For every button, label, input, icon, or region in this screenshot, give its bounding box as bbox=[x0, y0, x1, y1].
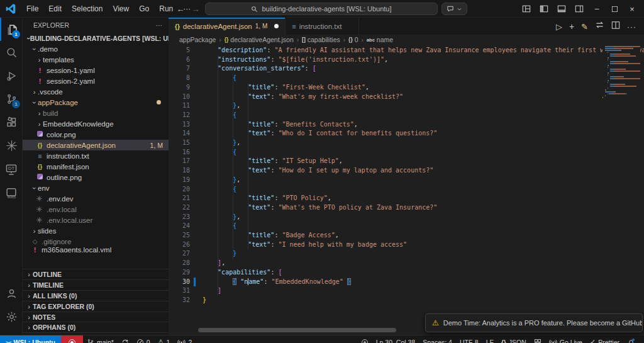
chevron-down-icon bbox=[457, 6, 462, 12]
menu-file[interactable]: File bbox=[21, 3, 43, 15]
status-go-live[interactable]: Go Live bbox=[545, 335, 586, 343]
notification-toast[interactable]: ⚠ Demo Time: Analytics is a PRO feature.… bbox=[425, 313, 643, 332]
tree-item-manifest-json[interactable]: {}manifest.json bbox=[23, 161, 169, 172]
activity-source-control[interactable]: 1 bbox=[0, 87, 23, 111]
status-ports[interactable]: 2 bbox=[174, 335, 196, 343]
menu-selection[interactable]: Selection bbox=[67, 3, 108, 15]
activity-search[interactable] bbox=[0, 41, 23, 64]
activity-extensions[interactable] bbox=[0, 111, 23, 134]
extensions-icon bbox=[6, 116, 18, 128]
panel-orphans-0-[interactable]: › ORPHANS (0) bbox=[23, 322, 169, 332]
tree-item-env[interactable]: ›env bbox=[23, 183, 169, 193]
activity-starburst-extension[interactable] bbox=[0, 134, 23, 157]
minimap[interactable] bbox=[602, 45, 640, 335]
activity-explorer[interactable]: 1 bbox=[0, 18, 23, 41]
tree-item-color-png[interactable]: color.png bbox=[23, 129, 169, 140]
tree-item-embeddedknowledge[interactable]: ›EmbeddedKnowledge bbox=[23, 118, 169, 129]
line-number: 23 bbox=[169, 213, 190, 222]
close-icon[interactable]: × bbox=[624, 0, 640, 18]
tree-item--env-local-user[interactable]: .env.local.user bbox=[23, 215, 169, 225]
tree-item-apppackage[interactable]: ›appPackage bbox=[23, 97, 169, 108]
status-record[interactable] bbox=[61, 335, 83, 343]
tree-item-session-1-yaml[interactable]: !session-1.yaml bbox=[23, 65, 169, 76]
tree-item-instruction-txt[interactable]: ≡instruction.txt bbox=[23, 150, 169, 161]
bell-icon bbox=[627, 338, 635, 343]
tree-item-templates[interactable]: ›templates bbox=[23, 54, 169, 65]
code-line-5: "description": "A friendly AI assistant … bbox=[203, 46, 644, 55]
status-language-mode[interactable]: {}JSON bbox=[497, 335, 530, 343]
status-cursor-position[interactable]: Ln 30, Col 38 bbox=[372, 335, 419, 343]
line-number: 11 bbox=[169, 101, 190, 111]
gear-file-icon bbox=[36, 195, 44, 202]
status-prettier[interactable]: ✓Prettier bbox=[586, 335, 623, 343]
badge: 1 bbox=[12, 100, 20, 108]
minimize-icon[interactable]: – bbox=[589, 0, 605, 18]
tree-item-building-declarative-agents-wsl-ubuntu-[interactable]: ›BUILDING-DECLARATIVE-AGENTS [WSL: UBUNT… bbox=[23, 33, 169, 43]
activity-demo-time[interactable]: DT bbox=[0, 157, 23, 181]
status-indentation[interactable]: Spaces: 4 bbox=[419, 335, 456, 343]
tab-instruction-txt[interactable]: ≡instruction.txt bbox=[286, 18, 359, 35]
sidebar-right-icon[interactable] bbox=[571, 0, 587, 18]
explorer-more-icon[interactable]: ··· bbox=[156, 21, 163, 29]
horizontal-scrollbar[interactable] bbox=[198, 328, 396, 332]
status-grid[interactable] bbox=[530, 335, 545, 343]
add-icon[interactable]: + bbox=[569, 21, 574, 32]
menu-edit[interactable]: Edit bbox=[43, 3, 67, 15]
sidebar-left-icon[interactable] bbox=[536, 0, 552, 18]
activity-accounts[interactable] bbox=[0, 282, 23, 305]
tree-item-m365agents-local-yml[interactable]: !m365agents.local.yml bbox=[23, 247, 169, 252]
swap-icon[interactable] bbox=[595, 20, 604, 32]
line-number: 25 bbox=[169, 231, 190, 240]
activity-m365-agents-toolkit[interactable]: M365 bbox=[0, 181, 23, 204]
panel-outline[interactable]: › OUTLINE bbox=[23, 269, 169, 279]
panel-all-links-0-[interactable]: › ALL LINKS (0) bbox=[23, 290, 169, 301]
code-editor[interactable]: 5678910111213141516171819202122232425262… bbox=[169, 45, 644, 335]
tree-item-outline-png[interactable]: outline.png bbox=[23, 172, 169, 183]
error-icon bbox=[136, 339, 144, 343]
tree-item-slides[interactable]: ›slides bbox=[23, 225, 169, 236]
highlighter-icon[interactable]: ✎ bbox=[581, 21, 588, 32]
menu-go[interactable]: Go bbox=[134, 3, 154, 15]
panel-bottom-icon[interactable] bbox=[553, 0, 570, 18]
split-editor-icon[interactable] bbox=[611, 21, 620, 32]
activity-settings[interactable] bbox=[0, 305, 23, 329]
status-problems-warnings[interactable]: ⚠1 bbox=[154, 335, 174, 343]
status-encoding[interactable]: UTF-8 bbox=[456, 335, 482, 343]
status-eol[interactable]: LF bbox=[482, 335, 497, 343]
status-screencast[interactable] bbox=[357, 335, 372, 343]
status-notifications-bell[interactable] bbox=[623, 335, 639, 343]
panel-timeline[interactable]: › TIMELINE bbox=[23, 279, 169, 290]
vscode-window: FileEditSelectionViewGoRun··· ← → buildi… bbox=[0, 0, 644, 343]
forward-icon[interactable]: → bbox=[190, 4, 201, 14]
status-remote[interactable]: ><WSL: Ubuntu bbox=[0, 335, 61, 343]
tree-item--gitignore[interactable]: ◇.gitignore bbox=[23, 236, 169, 247]
panel-notes[interactable]: › NOTES bbox=[23, 312, 169, 322]
command-center-search[interactable]: building-declarative-agents [WSL: Ubuntu… bbox=[205, 3, 438, 15]
back-icon[interactable]: ← bbox=[175, 4, 186, 14]
activity-run-and-debug[interactable] bbox=[0, 64, 23, 87]
status-problems-errors[interactable]: 0 bbox=[133, 335, 154, 343]
tree-item-build[interactable]: ›build bbox=[23, 108, 169, 118]
chevron-right-icon: › bbox=[25, 303, 33, 310]
breadcrumb-item[interactable]: {}declarativeAgent.json bbox=[225, 36, 294, 43]
breadcrumb-item[interactable]: []capabilities bbox=[302, 36, 340, 43]
copilot-button[interactable] bbox=[441, 3, 467, 15]
menu-view[interactable]: View bbox=[108, 3, 134, 15]
status-branch[interactable]: main* bbox=[83, 335, 118, 343]
tree-item--env-local[interactable]: .env.local bbox=[23, 204, 169, 215]
tree-item--demo[interactable]: ›.demo bbox=[23, 43, 169, 54]
tab-declarativeagent-json[interactable]: {}declarativeAgent.json 1, M bbox=[169, 18, 286, 35]
tree-item-session-2-yaml[interactable]: !session-2.yaml bbox=[23, 76, 169, 86]
panel-tag-explorer-0-[interactable]: › TAG EXPLORER (0) bbox=[23, 301, 169, 312]
run-icon[interactable]: ▷ bbox=[556, 21, 562, 32]
breadcrumb-item[interactable]: abcname bbox=[367, 36, 393, 43]
maximize-icon[interactable] bbox=[606, 0, 623, 18]
breadcrumb-item[interactable]: appPackage bbox=[179, 36, 216, 43]
breadcrumb-item[interactable]: {}0 bbox=[348, 36, 358, 43]
layout-grid-icon[interactable] bbox=[518, 0, 535, 18]
more-icon[interactable]: ··· bbox=[627, 21, 636, 32]
tree-item-declarativeagent-json[interactable]: {}declarativeAgent.json 1, M bbox=[23, 140, 169, 150]
status-sync[interactable] bbox=[118, 335, 133, 343]
tree-item--env-dev[interactable]: .env.dev bbox=[23, 193, 169, 204]
tree-item--vscode[interactable]: ›.vscode bbox=[23, 86, 169, 97]
